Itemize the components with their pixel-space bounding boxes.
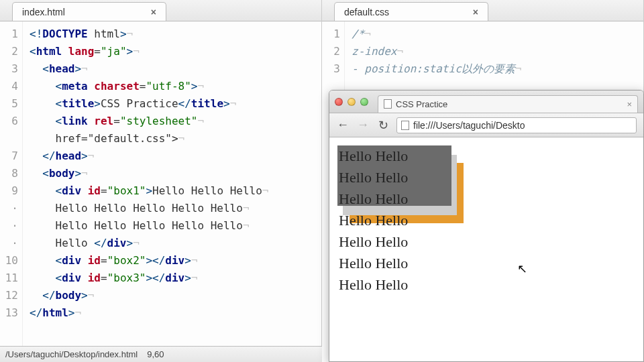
right-tabbar: default.css × xyxy=(322,0,643,21)
browser-tab-label: CSS Practice xyxy=(396,99,447,109)
address-bar[interactable]: file:///Users/taguchi/Deskto xyxy=(396,117,637,133)
document-icon xyxy=(384,99,392,109)
browser-toolbar: ← → ↻ file:///Users/taguchi/Deskto xyxy=(329,113,643,137)
left-pane: index.html × 123456789···10111213 <!DOCT… xyxy=(0,0,322,362)
window-minimize-icon[interactable] xyxy=(347,98,356,106)
window-zoom-icon[interactable] xyxy=(360,98,368,106)
browser-window: CSS Practice × ← → ↻ file:///Users/taguc… xyxy=(329,90,644,362)
browser-tab[interactable]: CSS Practice × xyxy=(378,95,638,113)
traffic-lights xyxy=(335,98,368,106)
left-code[interactable]: 123456789···10111213 <!DOCTYPE html>¬<ht… xyxy=(0,21,321,362)
rendered-page: Hello HelloHello HelloHello HelloHello H… xyxy=(329,137,643,361)
close-icon[interactable]: × xyxy=(151,7,156,17)
document-icon xyxy=(401,121,409,130)
statusbar: /Users/taguchi/Desktop/index.html 9,60 xyxy=(0,346,322,362)
status-position: 9,60 xyxy=(147,349,164,359)
page-text: Hello HelloHello HelloHello HelloHello H… xyxy=(339,145,634,296)
status-path: /Users/taguchi/Desktop/index.html xyxy=(5,349,138,359)
close-icon[interactable]: × xyxy=(473,7,478,17)
code-lines[interactable]: <!DOCTYPE html>¬<html lang="ja">¬ <head>… xyxy=(23,21,268,362)
tab-label: index.html xyxy=(22,7,65,17)
window-close-icon[interactable] xyxy=(335,98,343,106)
gutter: 123456789···10111213 xyxy=(0,21,23,362)
tab-label: default.css xyxy=(344,7,389,17)
forward-button[interactable]: → xyxy=(356,118,370,132)
url-text: file:///Users/taguchi/Deskto xyxy=(413,120,525,131)
left-tabbar: index.html × xyxy=(0,0,321,21)
close-icon[interactable]: × xyxy=(627,99,632,109)
back-button[interactable]: ← xyxy=(336,118,350,132)
reload-button[interactable]: ↻ xyxy=(376,118,390,133)
browser-titlebar: CSS Practice × xyxy=(329,90,643,113)
tab-default-css[interactable]: default.css × xyxy=(334,2,488,21)
tab-index-html[interactable]: index.html × xyxy=(12,2,166,21)
